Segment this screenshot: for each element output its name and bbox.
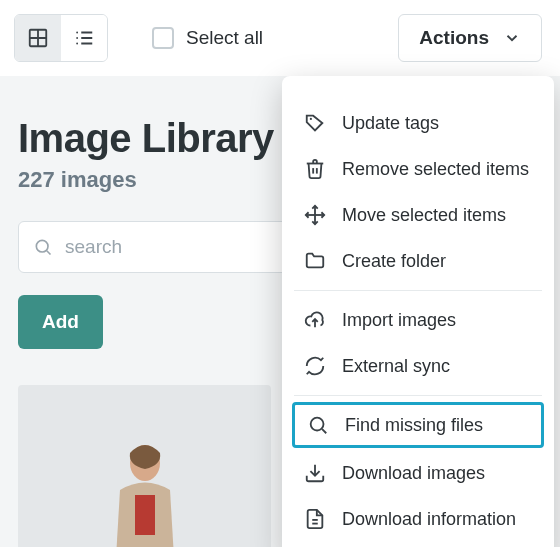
menu-item-label: Move selected items xyxy=(342,205,506,226)
thumbnail[interactable] xyxy=(18,385,271,547)
search-icon xyxy=(33,237,53,257)
trash-icon xyxy=(304,158,326,180)
menu-item-label: Remove selected items xyxy=(342,159,529,180)
grid-view-button[interactable] xyxy=(15,15,61,61)
menu-item-sync[interactable]: External sync xyxy=(282,343,554,389)
svg-rect-12 xyxy=(135,495,155,535)
person-image xyxy=(90,435,200,547)
menu-item-update-tags[interactable]: Update tags xyxy=(282,100,554,146)
menu-item-label: Import images xyxy=(342,310,456,331)
menu-item-move[interactable]: Move selected items xyxy=(282,192,554,238)
list-view-button[interactable] xyxy=(61,15,107,61)
add-button[interactable]: Add xyxy=(18,295,103,349)
menu-separator xyxy=(294,290,542,291)
actions-label: Actions xyxy=(419,27,489,49)
file-text-icon xyxy=(304,508,326,530)
menu-item-create-folder[interactable]: Create folder xyxy=(282,238,554,284)
menu-item-label: Update tags xyxy=(342,113,439,134)
select-all[interactable]: Select all xyxy=(152,27,263,49)
list-icon xyxy=(73,27,95,49)
select-all-checkbox[interactable] xyxy=(152,27,174,49)
svg-point-9 xyxy=(36,240,48,252)
select-all-label: Select all xyxy=(186,27,263,49)
toolbar: Select all Actions xyxy=(0,0,560,76)
svg-point-6 xyxy=(76,32,78,34)
search-icon xyxy=(307,414,329,436)
menu-item-label: Download images xyxy=(342,463,485,484)
svg-point-8 xyxy=(76,43,78,45)
svg-point-7 xyxy=(76,37,78,39)
menu-separator xyxy=(294,395,542,396)
menu-item-label: Create folder xyxy=(342,251,446,272)
view-toggle xyxy=(14,14,108,62)
menu-item-label: Download information xyxy=(342,509,516,530)
svg-line-10 xyxy=(47,251,51,255)
actions-menu: Update tags Remove selected items Move s… xyxy=(282,76,554,547)
tag-icon xyxy=(304,112,326,134)
menu-item-download-images[interactable]: Download images xyxy=(282,450,554,496)
svg-line-22 xyxy=(322,429,326,433)
chevron-down-icon xyxy=(503,29,521,47)
menu-item-find-missing[interactable]: Find missing files xyxy=(292,402,544,448)
actions-button[interactable]: Actions xyxy=(398,14,542,62)
svg-point-15 xyxy=(310,118,312,120)
download-icon xyxy=(304,462,326,484)
menu-item-remove[interactable]: Remove selected items xyxy=(282,146,554,192)
cloud-upload-icon xyxy=(304,309,326,331)
menu-item-download-info[interactable]: Download information xyxy=(282,496,554,542)
svg-point-21 xyxy=(311,418,324,431)
menu-item-import[interactable]: Import images xyxy=(282,297,554,343)
move-icon xyxy=(304,204,326,226)
sync-icon xyxy=(304,355,326,377)
menu-item-label: Find missing files xyxy=(345,415,483,436)
grid-icon xyxy=(27,27,49,49)
menu-item-label: External sync xyxy=(342,356,450,377)
folder-icon xyxy=(304,250,326,272)
